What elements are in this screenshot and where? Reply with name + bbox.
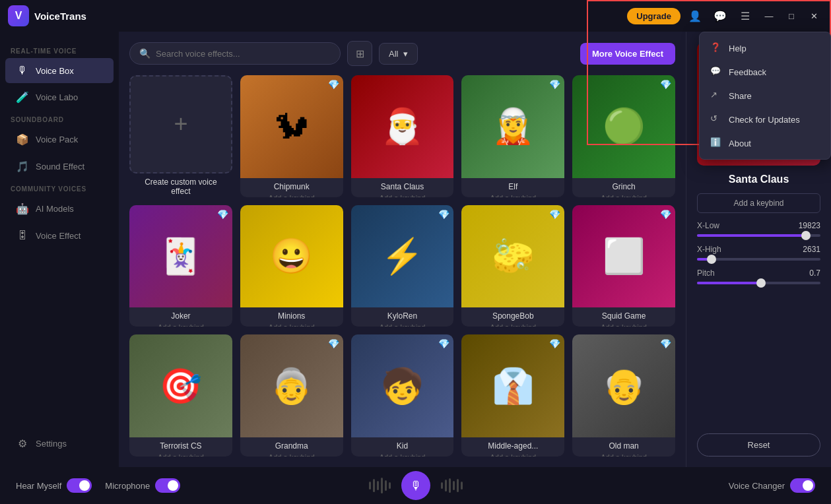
card-keybind-squid[interactable]: Add a keybind: [572, 322, 675, 327]
wave-bar-5: [385, 480, 387, 491]
mic-button[interactable]: 🎙: [401, 471, 430, 500]
wave-bar-1: [369, 482, 371, 489]
sidebar-item-voice-labo[interactable]: 🧪 Voice Labo: [5, 84, 114, 110]
card-keybind-grandma[interactable]: Add a keybind: [240, 452, 343, 457]
voice-card-joker[interactable]: 🃏 💎 Joker Add a keybind: [129, 205, 232, 327]
grid-view-button[interactable]: ⊞: [347, 41, 372, 66]
voice-card-terrorist[interactable]: 🎯 Terrorist CS Add a keybind: [129, 334, 232, 457]
menu-item-feedback[interactable]: 💬 Feedback: [700, 60, 830, 84]
discord-icon[interactable]: 💬: [710, 5, 731, 26]
microphone-toggle[interactable]: [155, 478, 180, 493]
param-xlow-thumb[interactable]: [801, 231, 811, 240]
close-button[interactable]: ✕: [805, 7, 823, 25]
create-card-area: +: [129, 75, 232, 173]
premium-badge-grandma: 💎: [328, 338, 339, 349]
voice-card-spongebob[interactable]: 🧽 💎 SpongeBob Add a keybind: [461, 205, 564, 327]
premium-badge-elf: 💎: [549, 79, 560, 90]
add-keybind-button[interactable]: Add a keybind: [697, 193, 820, 213]
param-xhigh-value: 2631: [803, 245, 820, 254]
sidebar-item-voice-effect[interactable]: 🎛 Voice Effect: [5, 223, 114, 248]
card-keybind-sponge[interactable]: Add a keybind: [461, 322, 564, 327]
voice-card-squid-game[interactable]: ⬜ 💎 Squid Game Add a keybind: [572, 205, 675, 327]
sidebar-item-ai-models[interactable]: 🤖 AI Models: [5, 196, 114, 222]
filter-dropdown[interactable]: All ▾: [379, 43, 418, 65]
voice-card-old-man[interactable]: 👴 💎 Old man Add a keybind: [572, 334, 675, 457]
hear-myself-toggle[interactable]: [67, 478, 92, 493]
hamburger-icon[interactable]: ☰: [735, 5, 756, 26]
real-time-section-label: REAL-TIME VOICE: [0, 42, 119, 57]
card-keybind-terrorist[interactable]: Add a keybind: [129, 452, 232, 457]
check-updates-icon: ↺: [710, 113, 722, 125]
user-icon[interactable]: 👤: [684, 5, 706, 26]
card-keybind-chipmunk[interactable]: Add a keybind: [240, 193, 343, 197]
menu-item-help[interactable]: ❓ Help: [700, 36, 830, 60]
premium-badge-grinch: 💎: [660, 79, 671, 90]
card-image-kid: 🧒 💎: [351, 334, 454, 437]
voice-card-grandma[interactable]: 👵 💎 Grandma Add a keybind: [240, 334, 343, 457]
param-xlow-fill: [697, 234, 806, 237]
card-keybind-joker[interactable]: Add a keybind: [129, 322, 232, 327]
create-label: Create custom voice effect: [129, 173, 232, 197]
card-keybind-kylo[interactable]: Add a keybind: [351, 322, 454, 327]
card-keybind-kid[interactable]: Add a keybind: [351, 452, 454, 457]
param-xlow-header: X-Low 19823: [697, 221, 820, 230]
menu-item-check-updates[interactable]: ↺ Check for Updates: [700, 108, 830, 131]
premium-badge-middle: 💎: [549, 338, 560, 349]
context-menu: ❓ Help 💬 Feedback ↗ Share ↺ Check for Up…: [699, 32, 831, 160]
voice-card-kylo-ren[interactable]: ⚡ 💎 KyloRen Add a keybind: [351, 205, 454, 327]
voice-card-minions[interactable]: 😀 Minions Add a keybind: [240, 205, 343, 327]
voice-card-santa[interactable]: 🎅 Santa Claus Add a keybind: [351, 75, 454, 197]
param-xlow: X-Low 19823: [697, 221, 820, 237]
settings-icon: ⚙: [16, 437, 29, 450]
card-label-kylo: KyloRen: [351, 307, 454, 322]
card-keybind-oldman[interactable]: Add a keybind: [572, 452, 675, 457]
content-area: 🔍 ⊞ All ▾ More Voice Effect + Create cus…: [119, 32, 686, 467]
maximize-button[interactable]: □: [782, 7, 801, 25]
param-xhigh-thumb[interactable]: [707, 255, 716, 264]
card-keybind-elf[interactable]: Add a keybind: [461, 193, 564, 197]
voice-changer-toggle[interactable]: [790, 478, 815, 493]
card-keybind-minions[interactable]: Add a keybind: [240, 322, 343, 327]
card-image-grinch: 🟢 💎: [572, 75, 675, 178]
param-pitch-thumb[interactable]: [756, 278, 766, 288]
voice-card-kid[interactable]: 🧒 💎 Kid Add a keybind: [351, 334, 454, 457]
card-label-elf: Elf: [461, 178, 564, 193]
share-icon: ↗: [710, 90, 722, 102]
card-image-minions: 😀: [240, 205, 343, 308]
minimize-button[interactable]: —: [760, 7, 778, 25]
card-image-middle: 👔 💎: [461, 334, 564, 437]
card-label-chipmunk: Chipmunk: [240, 178, 343, 193]
card-image-kylo: ⚡ 💎: [351, 205, 454, 308]
voice-card-middle-aged[interactable]: 👔 💎 Middle-aged... Add a keybind: [461, 334, 564, 457]
more-voice-button[interactable]: More Voice Effect: [580, 43, 675, 65]
upgrade-button[interactable]: Upgrade: [627, 8, 681, 24]
sidebar-item-settings[interactable]: ⚙ Settings: [5, 431, 114, 457]
voice-card-grinch[interactable]: 🟢 💎 Grinch Add a keybind: [572, 75, 675, 197]
premium-badge-chipmunk: 💎: [328, 79, 339, 90]
mic-waves-right: [441, 478, 463, 493]
sidebar-item-sound-effect[interactable]: 🎵 Sound Effect: [5, 154, 114, 179]
wave-bar-7: [441, 482, 443, 489]
menu-item-share[interactable]: ↗ Share: [700, 84, 830, 108]
about-icon: ℹ️: [710, 137, 722, 149]
wave-bar-6: [389, 482, 391, 489]
titlebar-controls: Upgrade 👤 💬 ☰ — □ ✕: [627, 5, 823, 26]
card-label-kid: Kid: [351, 437, 454, 452]
microphone-label: Microphone: [105, 481, 150, 491]
voice-grid: + Create custom voice effect 🐿 💎 Chipmun…: [119, 75, 686, 467]
search-input[interactable]: [156, 49, 331, 59]
reset-button[interactable]: Reset: [697, 433, 820, 457]
sidebar-item-voice-pack[interactable]: 📦 Voice Pack: [5, 127, 114, 152]
premium-badge-kid: 💎: [438, 338, 449, 349]
card-keybind-middle[interactable]: Add a keybind: [461, 452, 564, 457]
voice-card-elf[interactable]: 🧝 💎 Elf Add a keybind: [461, 75, 564, 197]
card-keybind-santa[interactable]: Add a keybind: [351, 193, 454, 197]
create-custom-card[interactable]: + Create custom voice effect: [129, 75, 232, 197]
card-image-santa: 🎅: [351, 75, 454, 178]
voice-pack-icon: 📦: [16, 133, 29, 146]
voice-card-chipmunk[interactable]: 🐿 💎 Chipmunk Add a keybind: [240, 75, 343, 197]
sidebar-item-voice-box[interactable]: 🎙 Voice Box: [5, 58, 114, 83]
card-keybind-grinch[interactable]: Add a keybind: [572, 193, 675, 197]
menu-item-about[interactable]: ℹ️ About: [700, 131, 830, 155]
soundboard-section-label: SOUNDBOARD: [0, 111, 119, 126]
